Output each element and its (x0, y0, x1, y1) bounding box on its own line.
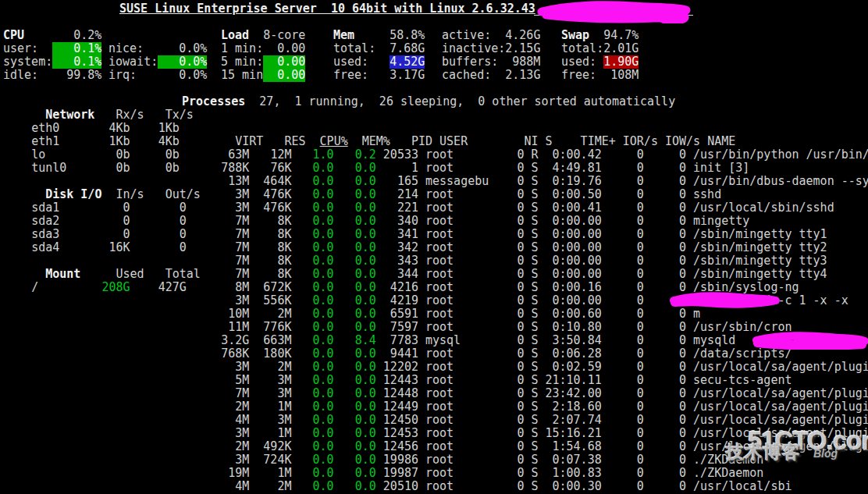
network-panel: NetworkRx/sTx/s eth04Kb1Kb eth11Kb4Kb lo… (3, 95, 194, 162)
mem-total-label: total: (333, 42, 390, 55)
proc-iow: 0 (644, 334, 686, 347)
proc-ior: 0 (602, 268, 644, 281)
header-iow: IOW/s (658, 135, 700, 148)
proc-nice: 0 (496, 241, 524, 254)
proc-time: 0:07.38 (538, 453, 601, 467)
proc-cpu-pct: 0.0 (291, 361, 333, 374)
proc-time: 0:00.60 (538, 307, 601, 321)
proc-cpu-pct: 0.0 (291, 374, 333, 387)
proc-ior: 0 (602, 414, 644, 427)
proc-ior: 0 (602, 254, 644, 268)
mem-total-value: 7.68G (390, 42, 425, 55)
header-res: RES (263, 135, 305, 148)
proc-cpu-pct: 0.0 (291, 400, 333, 414)
mem-inactive-label: inactive: (442, 42, 505, 55)
cpu-idle-label: idle: (3, 69, 52, 82)
title-underline (534, 15, 693, 16)
proc-virt: 3.2G (207, 334, 249, 347)
cpu-title: CPU (3, 29, 52, 42)
proc-cpu-pct: 0.0 (291, 334, 333, 347)
proc-user: root (425, 361, 496, 374)
proc-ior: 0 (602, 162, 644, 175)
proc-nice: 0 (496, 321, 524, 334)
network-tx-value: 0b (130, 162, 180, 175)
proc-name: /sbin/mingetty tty1 (693, 228, 827, 241)
diskio-in-header: In/s (101, 188, 144, 201)
proc-res: 8K (249, 228, 291, 241)
proc-mem-pct: 0.0 (334, 453, 376, 467)
proc-pid: 341 (376, 228, 418, 241)
proc-cpu-pct: 1.0 (291, 148, 333, 162)
proc-user: root (425, 387, 496, 400)
proc-user: root (425, 268, 496, 281)
proc-mem-pct: 0.2 (334, 148, 376, 162)
proc-user: messagebu (425, 175, 496, 188)
proc-user: root (425, 241, 496, 254)
proc-user: root (425, 440, 496, 453)
proc-mem-pct: 0.0 (334, 254, 376, 268)
proc-virt: 10M (207, 307, 249, 321)
proc-nice: 0 (496, 480, 524, 493)
proc-user: root (425, 453, 496, 467)
cpu-irq-value: 0.0% (158, 69, 207, 82)
proc-user: root (425, 307, 496, 321)
load-1min-label: 1 min: (221, 42, 263, 55)
proc-ior: 0 (602, 440, 644, 453)
disk-out-value: 0 (130, 201, 187, 215)
header-mem: MEM% (348, 135, 390, 148)
proc-iow: 0 (644, 175, 686, 188)
proc-time: 0:00.41 (538, 201, 601, 215)
mem-buffers-label: buffers: (442, 55, 505, 69)
proc-name: mingetty (693, 215, 749, 228)
proc-state: S (531, 321, 538, 334)
proc-user: root (425, 347, 496, 361)
diskio-title: Disk I/O (45, 188, 101, 201)
proc-iow: 0 (644, 294, 686, 307)
proc-mem-pct: 0.0 (334, 281, 376, 294)
proc-iow: 0 (644, 374, 686, 387)
proc-user: root (425, 467, 496, 480)
proc-cpu-pct: 0.0 (291, 427, 333, 440)
cpu-panel-extra: nice:0.0% iowait:0.0% irq:0.0% (108, 42, 207, 82)
disk-in-value: 16K (87, 241, 130, 254)
diskio-panel: Disk I/OIn/sOut/s sda100 sda200 sda300 s… (3, 175, 201, 241)
proc-cpu-pct: 0.0 (291, 188, 333, 201)
proc-nice: 0 (496, 281, 524, 294)
proc-state: S (531, 467, 538, 480)
proc-pid: 1 (376, 162, 418, 175)
proc-cpu-pct: 0.0 (291, 294, 333, 307)
proc-nice: 0 (496, 467, 524, 480)
proc-ior: 0 (602, 427, 644, 440)
proc-time: 0:00.30 (538, 480, 601, 493)
disk-in-value: 0 (87, 215, 130, 228)
mem-active-label: active: (442, 29, 505, 42)
proc-cpu-pct: 0.0 (291, 268, 333, 281)
proc-mem-pct: 0.0 (334, 374, 376, 387)
proc-name: sshd (693, 188, 721, 201)
swap-used-label: used: (561, 55, 603, 69)
proc-ior: 0 (602, 228, 644, 241)
load-1min-value: 0.00 (263, 42, 305, 55)
proc-state: S (531, 400, 538, 414)
proc-mem-pct: 0.0 (334, 347, 376, 361)
proc-virt: 3M (207, 188, 249, 201)
network-tx-value: 1Kb (130, 122, 180, 135)
proc-res: 556K (249, 294, 291, 307)
proc-state: S (531, 387, 538, 400)
proc-virt: 7M (207, 241, 249, 254)
proc-pid: 7783 (376, 334, 418, 347)
proc-name: /sbin/mingetty tty4 (693, 268, 827, 281)
proc-nice: 0 (496, 254, 524, 268)
proc-ior: 0 (602, 347, 644, 361)
cpu-irq-label: irq: (108, 69, 158, 82)
header-time: TIME+ (553, 135, 616, 148)
proc-user: root (425, 228, 496, 241)
proc-time: 0:02.59 (538, 361, 601, 374)
proc-virt: 63M (207, 148, 249, 162)
proc-virt: 8M (207, 281, 249, 294)
proc-res: 8K (249, 254, 291, 268)
proc-ior: 0 (602, 215, 644, 228)
disk-out-value: 0 (130, 215, 187, 228)
system-title-bar: SUSE Linux Enterprise Server 10 64bit wi… (119, 2, 535, 16)
proc-state: S (531, 268, 538, 281)
